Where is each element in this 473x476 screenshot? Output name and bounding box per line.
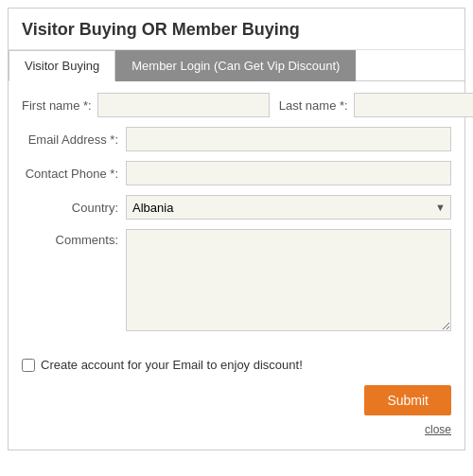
- country-label: Country:: [22, 201, 126, 215]
- button-row: Submit: [9, 378, 464, 419]
- name-row: First name *: Last name *:: [22, 93, 451, 117]
- comments-textarea[interactable]: [126, 229, 451, 331]
- country-row: Country: Albania United States United Ki…: [22, 195, 451, 220]
- tab-visitor-buying[interactable]: Visitor Buying: [9, 50, 115, 81]
- first-name-input[interactable]: [97, 93, 270, 117]
- email-label: Email Address *:: [22, 132, 126, 147]
- comments-row: Comments:: [22, 229, 451, 331]
- comments-label: Comments:: [22, 229, 126, 247]
- phone-input[interactable]: [126, 161, 451, 185]
- dialog: Visitor Buying OR Member Buying Visitor …: [8, 8, 465, 450]
- first-name-label: First name *:: [22, 98, 97, 113]
- last-name-label: Last name *:: [279, 98, 354, 113]
- close-row: close: [9, 419, 464, 440]
- country-select[interactable]: Albania United States United Kingdom Can…: [126, 195, 451, 220]
- form-body: First name *: Last name *: Email Address…: [9, 81, 464, 352]
- phone-row: Contact Phone *:: [22, 161, 451, 185]
- close-link[interactable]: close: [425, 423, 451, 436]
- name-group: First name *: Last name *:: [22, 93, 451, 117]
- phone-label: Contact Phone *:: [22, 167, 126, 181]
- email-input[interactable]: [126, 127, 451, 151]
- dialog-title: Visitor Buying OR Member Buying: [9, 9, 464, 50]
- create-account-row: Create account for your Email to enjoy d…: [9, 352, 464, 378]
- tabs: Visitor Buying Member Login (Can Get Vip…: [9, 50, 464, 81]
- tab-member-login[interactable]: Member Login (Can Get Vip Discount): [115, 50, 356, 81]
- create-account-checkbox[interactable]: [22, 359, 35, 372]
- last-name-field: Last name *:: [279, 93, 473, 117]
- submit-button[interactable]: Submit: [364, 385, 451, 415]
- create-account-label[interactable]: Create account for your Email to enjoy d…: [41, 358, 303, 372]
- last-name-input[interactable]: [354, 93, 473, 117]
- first-name-field: First name *:: [22, 93, 270, 117]
- email-row: Email Address *:: [22, 127, 451, 151]
- country-select-wrapper: Albania United States United Kingdom Can…: [126, 195, 451, 220]
